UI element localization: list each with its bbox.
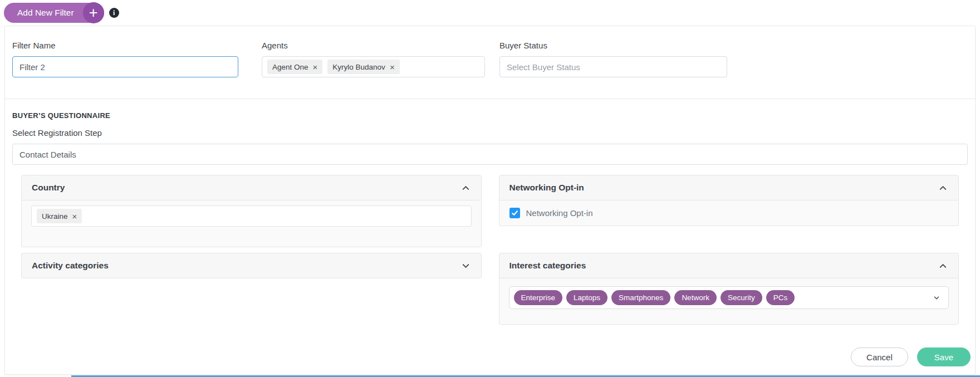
activity-categories-panel-header[interactable]: Activity categories: [21, 253, 482, 278]
networking-optin-panel-title: Networking Opt-in: [509, 183, 584, 193]
form-actions: Cancel Save: [851, 347, 971, 366]
registration-step-select[interactable]: Contact Details: [12, 144, 968, 165]
networking-optin-panel: Networking Opt-in Networking Opt-in: [499, 175, 959, 226]
filter-name-label: Filter Name: [12, 41, 238, 50]
activity-categories-panel-title: Activity categories: [32, 261, 109, 271]
filter-name-input[interactable]: [12, 56, 238, 77]
country-panel-title: Country: [32, 183, 65, 193]
networking-optin-checkbox[interactable]: [509, 208, 520, 218]
country-panel: Country Ukraine×: [21, 175, 482, 247]
add-new-filter-button[interactable]: Add New Filter +: [4, 3, 104, 23]
removable-tag[interactable]: Ukraine×: [37, 209, 82, 223]
country-panel-header[interactable]: Country: [21, 175, 482, 200]
plus-icon[interactable]: +: [83, 2, 104, 23]
category-tag[interactable]: Laptops: [566, 290, 607, 305]
category-tag[interactable]: Smartphones: [611, 290, 670, 305]
buyers-questionnaire-section: BUYER’S QUESTIONNAIRE Select Registratio…: [5, 99, 975, 325]
chevron-up-icon: [938, 261, 948, 271]
tag-label: Ukraine: [42, 212, 68, 221]
removable-tag[interactable]: Kyrylo Budanov×: [327, 60, 399, 74]
chevron-up-icon: [460, 183, 471, 193]
add-new-filter-label: Add New Filter: [17, 8, 74, 18]
networking-optin-panel-body: Networking Opt-in: [499, 200, 959, 226]
networking-optin-panel-header[interactable]: Networking Opt-in: [499, 175, 959, 200]
agents-field: Agents Agent One×Kyrylo Budanov×: [262, 41, 485, 77]
interest-categories-panel-body: EnterpriseLaptopsSmartphonesNetworkSecur…: [499, 278, 959, 325]
buyer-status-select[interactable]: [499, 56, 727, 77]
country-panel-body: Ukraine×: [21, 200, 482, 247]
activity-categories-panel: Activity categories: [21, 253, 482, 278]
category-tag[interactable]: PCs: [766, 290, 795, 305]
questionnaire-panels: Country Ukraine× Networking Opt-in Netwo…: [21, 175, 959, 325]
chevron-down-icon: [460, 261, 471, 271]
interest-categories-select[interactable]: EnterpriseLaptopsSmartphonesNetworkSecur…: [509, 286, 949, 309]
remove-tag-icon[interactable]: ×: [72, 212, 77, 221]
remove-tag-icon[interactable]: ×: [313, 63, 318, 71]
agents-label: Agents: [262, 41, 485, 50]
remove-tag-icon[interactable]: ×: [390, 63, 395, 71]
info-icon[interactable]: i: [109, 8, 119, 18]
buyer-status-label: Buyer Status: [499, 41, 727, 50]
tag-label: Kyrylo Budanov: [332, 63, 385, 71]
category-tag[interactable]: Network: [674, 290, 717, 305]
networking-optin-checkbox-label: Networking Opt-in: [526, 208, 593, 218]
filter-form-card: Filter Name Agents Agent One×Kyrylo Buda…: [4, 26, 976, 375]
category-tag[interactable]: Security: [721, 290, 762, 305]
chevron-down-icon: [933, 294, 940, 302]
cancel-button[interactable]: Cancel: [851, 347, 908, 366]
interest-categories-panel-title: Interest categories: [509, 261, 586, 271]
category-tag[interactable]: Enterprise: [514, 290, 563, 305]
section-title: BUYER’S QUESTIONNAIRE: [12, 111, 968, 120]
interest-categories-panel-header[interactable]: Interest categories: [499, 253, 959, 278]
tag-label: Agent One: [272, 63, 308, 71]
removable-tag[interactable]: Agent One×: [267, 60, 322, 74]
save-button[interactable]: Save: [917, 347, 971, 366]
chevron-up-icon: [938, 183, 948, 193]
checkmark-icon: [511, 209, 518, 217]
interest-categories-panel: Interest categories EnterpriseLaptopsSma…: [499, 253, 959, 325]
filter-name-field: Filter Name: [12, 41, 238, 77]
country-input[interactable]: Ukraine×: [31, 205, 472, 227]
registration-step-value: Contact Details: [19, 150, 76, 159]
buyer-status-field: Buyer Status: [499, 41, 727, 77]
agents-input[interactable]: Agent One×Kyrylo Budanov×: [262, 56, 485, 77]
registration-step-label: Select Registration Step: [12, 128, 968, 138]
filter-meta-row: Filter Name Agents Agent One×Kyrylo Buda…: [5, 26, 975, 77]
toolbar: Add New Filter + i: [0, 0, 980, 26]
